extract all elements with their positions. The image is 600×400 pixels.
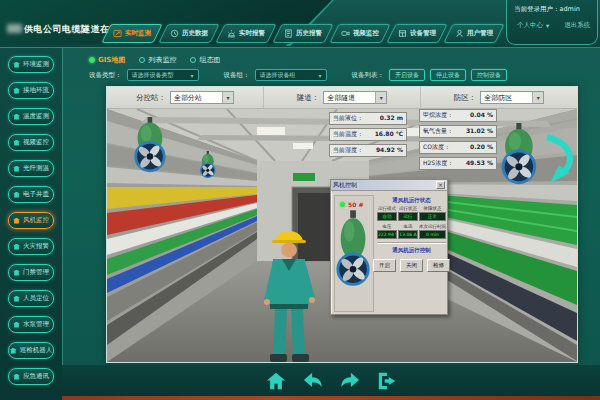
home-icon [10, 348, 17, 354]
home-icon [13, 88, 20, 94]
tab-history-alarm[interactable]: 历史报警 [272, 24, 333, 43]
radio-gis-map[interactable]: GIS地图 [89, 55, 125, 65]
tab-realtime-monitor[interactable]: 实时监测 [101, 24, 162, 43]
tab-label: 历史报警 [296, 29, 322, 38]
sidebar-item-label: 温度监测 [23, 112, 49, 121]
device-type-value: 请选择设备类型 [132, 71, 174, 80]
tab-video-monitor[interactable]: 视频监控 [329, 24, 390, 43]
home-icon [13, 114, 20, 120]
radio-label: 列表监控 [148, 55, 176, 65]
radio-icon [139, 57, 145, 63]
sidebar-item-env-monitor[interactable]: 环境监测 [8, 56, 54, 73]
sidebar-item-ground-current[interactable]: 接地环流 [8, 82, 54, 99]
sidebar-item-label: 门禁管理 [23, 268, 49, 277]
radio-list-monitor[interactable]: 列表监控 [139, 55, 176, 65]
run-state-value: 运行 [398, 212, 418, 221]
user-panel: 当前登录用户：admin 个人中心 ▾ 退出系统 [506, 0, 598, 45]
radio-icon [89, 57, 95, 63]
tab-label: 实时监测 [125, 29, 151, 38]
home-icon [13, 244, 20, 250]
tunnel-3d-scene[interactable]: 当前液位：0.32 m 当前温度：16.80 ℃ 当前湿度：94.92 % 甲烷… [107, 109, 577, 362]
tunnel-select[interactable]: 全部隧道▾ [323, 91, 387, 104]
chevron-down-icon: ▾ [546, 22, 549, 30]
view-mode-radios: GIS地图 列表监控 组态图 [89, 55, 220, 65]
tab-label: 实时报警 [239, 29, 265, 38]
home-icon [13, 270, 20, 276]
zone-value: 全部防区 [484, 93, 512, 103]
methane-readout: 甲烷浓度：0.04 % [419, 109, 497, 122]
run-mode-label: 运行模式 [377, 206, 397, 211]
current-label: 电流 [398, 224, 418, 229]
sensor-readouts-left: 当前液位：0.32 m 当前温度：16.80 ℃ 当前湿度：94.92 % [329, 112, 407, 157]
stop-device-button[interactable]: 停止设备 [430, 69, 466, 81]
substation-select[interactable]: 全部分站▾ [170, 91, 234, 104]
sidebar-item-access-control[interactable]: 门禁管理 [8, 264, 54, 281]
home-icon [13, 140, 20, 146]
fan-status-panel: 50 # [334, 195, 374, 312]
control-section-title: 通风机运行控制 [377, 247, 446, 254]
exit-view-button[interactable] [375, 370, 399, 392]
tab-user-manage[interactable]: 用户管理 [443, 24, 504, 43]
device-controls-row: 设备类型： 请选择设备类型▾ 设备组： 请选择设备组▾ 设备列表： 开启设备 停… [89, 69, 507, 81]
sidebar-item-label: 风机监控 [23, 216, 49, 225]
tab-history-data[interactable]: 历史数据 [158, 24, 219, 43]
home-icon [13, 374, 20, 380]
radio-label: GIS地图 [98, 55, 125, 65]
device-type-select[interactable]: 请选择设备类型▾ [127, 69, 199, 81]
device-manage-icon [398, 29, 407, 38]
tunnel-filter-label: 隧道： [297, 93, 320, 103]
oxygen-readout: 氧气含量：31.02 % [419, 125, 497, 138]
sensor-readouts-right: 甲烷浓度：0.04 % 氧气含量：31.02 % CO浓度：0.20 % H2S… [419, 109, 497, 170]
substation-value: 全部分站 [174, 93, 202, 103]
run-state-label: 运行状态 [398, 206, 418, 211]
fan-overhaul-button[interactable]: 检修 [427, 259, 450, 272]
co-readout: CO浓度：0.20 % [419, 141, 497, 154]
control-device-button[interactable]: 控制设备 [471, 69, 507, 81]
redacted-company-name [7, 24, 22, 33]
sidebar-item-personnel-locate[interactable]: 人员定位 [8, 290, 54, 307]
device-group-select[interactable]: 请选择设备组▾ [255, 69, 327, 81]
sidebar-item-video-monitor[interactable]: 视频监控 [8, 134, 54, 151]
tab-device-manage[interactable]: 设备管理 [386, 24, 447, 43]
sidebar-item-manhole-cover[interactable]: 电子井盖 [8, 186, 54, 203]
home-icon [13, 192, 20, 198]
video-monitor-icon [341, 29, 350, 38]
sidebar-item-fan-monitor[interactable]: 风机监控 [8, 212, 54, 229]
filter-bar: 分控站： 全部分站▾ 隧道： 全部隧道▾ 防区： 全部防区▾ [107, 87, 577, 109]
profile-link[interactable]: 个人中心 [517, 21, 543, 30]
sidebar-item-label: 火灾报警 [23, 242, 49, 251]
h2s-readout: H2S浓度：49.53 % [419, 157, 497, 170]
open-device-button[interactable]: 开启设备 [389, 69, 425, 81]
chevron-down-icon: ▾ [190, 72, 193, 79]
sidebar-item-fiber-temp[interactable]: 光纤测温 [8, 160, 54, 177]
chevron-down-icon: ▾ [375, 92, 386, 103]
sidebar-item-fire-alarm[interactable]: 火灾报警 [8, 238, 54, 255]
dialog-titlebar[interactable]: 风机控制 × [331, 180, 447, 191]
home-button[interactable] [264, 370, 288, 392]
tab-realtime-alarm[interactable]: 实时报警 [215, 24, 276, 43]
sidebar-item-inspect-robot[interactable]: 巡检机器人 [8, 342, 54, 359]
sidebar-item-label: 人员定位 [23, 294, 49, 303]
realtime-monitor-icon [113, 29, 122, 38]
close-icon[interactable]: × [436, 181, 445, 189]
device-list-label: 设备列表： [352, 71, 385, 80]
home-icon [13, 62, 20, 68]
sidebar-item-pump-manage[interactable]: 水泵管理 [8, 316, 54, 333]
radio-scada-view[interactable]: 组态图 [190, 55, 220, 65]
sidebar-item-emergency-comm[interactable]: 应急通讯 [8, 368, 54, 385]
tab-label: 历史数据 [182, 29, 208, 38]
zone-select[interactable]: 全部防区▾ [480, 91, 544, 104]
water-level-readout: 当前液位：0.32 m [329, 112, 407, 125]
undo-view-button[interactable] [301, 370, 325, 392]
main-content: GIS地图 列表监控 组态图 设备类型： 请选择设备类型▾ 设备组： 请选择设备… [62, 48, 600, 365]
current-value: 13.06 A [398, 230, 418, 239]
fan-stop-button[interactable]: 关闭 [400, 259, 423, 272]
fan-start-button[interactable]: 开启 [373, 259, 396, 272]
fan-control-panel: 通风机运行状态 运行模式 运行状态 故障状态 自动 运行 正常 电压 电流 本次… [377, 195, 446, 312]
sidebar-item-temp-monitor[interactable]: 温度监测 [8, 108, 54, 125]
logout-link[interactable]: 退出系统 [564, 21, 590, 30]
history-data-icon [170, 29, 179, 38]
top-bar: 供电公司电缆隧道在线监测系统 实时监测 历史数据 实时报警 历史报警 视频监控 … [0, 0, 600, 48]
fan-image [335, 210, 373, 298]
redo-view-button[interactable] [338, 370, 362, 392]
